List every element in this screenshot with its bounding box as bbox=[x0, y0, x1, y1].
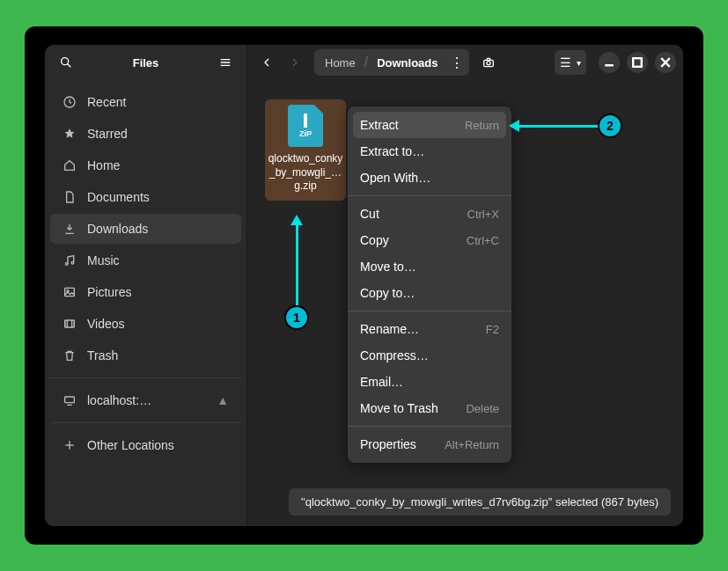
context-menu: ExtractReturn Extract to… Open With… Cut… bbox=[348, 106, 511, 463]
close-button[interactable] bbox=[655, 52, 676, 73]
menu-copy-to[interactable]: Copy to… bbox=[348, 280, 511, 306]
document-icon bbox=[63, 190, 77, 204]
menu-rename[interactable]: Rename…F2 bbox=[348, 316, 511, 342]
annotation-arrow-2 bbox=[511, 125, 605, 128]
sidebar-item-pictures[interactable]: Pictures bbox=[50, 277, 241, 307]
sidebar-item-label: localhost:… bbox=[87, 393, 151, 407]
sidebar-item-trash[interactable]: Trash bbox=[50, 340, 241, 370]
svg-rect-11 bbox=[65, 397, 75, 403]
sidebar-item-label: Other Locations bbox=[87, 438, 174, 452]
menu-move-to[interactable]: Move to… bbox=[348, 253, 511, 280]
sidebar-item-videos[interactable]: Videos bbox=[50, 309, 241, 339]
star-icon bbox=[63, 127, 77, 141]
menu-separator bbox=[348, 195, 511, 196]
chevron-right-icon bbox=[288, 55, 302, 70]
accelerator: Return bbox=[465, 119, 499, 132]
maximize-icon bbox=[630, 55, 644, 70]
minimize-button[interactable] bbox=[599, 52, 620, 73]
hamburger-button[interactable] bbox=[211, 48, 239, 77]
toolbar: Home / Downloads ⋮ ☰ ▾ bbox=[247, 45, 683, 80]
menu-compress[interactable]: Compress… bbox=[348, 342, 511, 369]
svg-rect-8 bbox=[65, 288, 75, 296]
svg-rect-10 bbox=[65, 320, 75, 327]
accelerator: Ctrl+X bbox=[467, 208, 499, 221]
svg-point-0 bbox=[62, 58, 69, 65]
chevron-down-icon: ▾ bbox=[577, 58, 581, 68]
sidebar-item-home[interactable]: Home bbox=[50, 150, 241, 180]
view-options[interactable]: ☰ ▾ bbox=[555, 50, 586, 75]
music-icon bbox=[63, 253, 77, 267]
file-name: qlocktwo_conky_by_mowgli_… g.zip bbox=[267, 152, 344, 194]
app-title: Files bbox=[80, 56, 211, 70]
sidebar-item-label: Recent bbox=[87, 95, 126, 109]
image-icon bbox=[63, 285, 77, 299]
sidebar-item-music[interactable]: Music bbox=[50, 245, 241, 275]
sidebar-item-label: Music bbox=[87, 253, 120, 267]
camera-icon bbox=[482, 55, 496, 70]
menu-properties[interactable]: PropertiesAlt+Return bbox=[348, 431, 511, 458]
breadcrumb: Home / Downloads ⋮ bbox=[314, 49, 469, 76]
chevron-left-icon bbox=[260, 55, 274, 70]
annotation-badge-2: 2 bbox=[598, 113, 622, 138]
zip-file-icon: ZiP bbox=[288, 105, 323, 147]
menu-cut[interactable]: CutCtrl+X bbox=[348, 201, 511, 227]
eject-icon[interactable]: ▲ bbox=[217, 393, 229, 407]
status-bar: "qlocktwo_conky_by_mowgli_writes_d7rv6bg… bbox=[289, 488, 671, 516]
file-type-label: ZiP bbox=[299, 129, 312, 138]
sidebar-item-mount[interactable]: localhost:…▲ bbox=[50, 385, 241, 415]
video-icon bbox=[63, 317, 77, 331]
forward-button[interactable] bbox=[283, 50, 307, 75]
menu-separator bbox=[348, 311, 511, 311]
menu-icon bbox=[218, 55, 232, 70]
breadcrumb-menu[interactable]: ⋮ bbox=[446, 55, 467, 71]
camera-button[interactable] bbox=[476, 50, 501, 75]
svg-rect-17 bbox=[633, 58, 642, 67]
sidebar-header: Files bbox=[45, 45, 246, 80]
accelerator: Delete bbox=[466, 402, 499, 415]
download-icon bbox=[63, 222, 77, 236]
plus-icon bbox=[63, 438, 77, 452]
file-manager-window: Files Recent Starred Home Documents Down… bbox=[45, 45, 683, 526]
home-icon bbox=[63, 158, 77, 172]
menu-extract-to[interactable]: Extract to… bbox=[348, 138, 511, 165]
clock-icon bbox=[63, 95, 77, 109]
svg-point-15 bbox=[487, 62, 490, 65]
sidebar-item-label: Trash bbox=[87, 348, 118, 362]
menu-separator bbox=[348, 426, 511, 427]
sidebar-item-recent[interactable]: Recent bbox=[50, 87, 241, 117]
menu-move-to-trash[interactable]: Move to TrashDelete bbox=[348, 395, 511, 421]
sidebar-item-label: Starred bbox=[87, 127, 128, 141]
maximize-button[interactable] bbox=[627, 52, 648, 73]
menu-extract[interactable]: ExtractReturn bbox=[353, 112, 506, 138]
sidebar-item-other-locations[interactable]: Other Locations bbox=[50, 430, 241, 460]
sidebar-item-starred[interactable]: Starred bbox=[50, 119, 241, 149]
minimize-icon bbox=[602, 55, 616, 70]
accelerator: Ctrl+C bbox=[467, 234, 499, 247]
svg-line-1 bbox=[68, 64, 71, 68]
sidebar-item-downloads[interactable]: Downloads bbox=[50, 214, 241, 244]
breadcrumb-current[interactable]: Downloads bbox=[368, 56, 446, 70]
list-icon: ☰ bbox=[560, 55, 571, 70]
file-item[interactable]: ZiP qlocktwo_conky_by_mowgli_… g.zip bbox=[265, 99, 346, 201]
trash-icon bbox=[63, 348, 77, 362]
sidebar-item-label: Downloads bbox=[87, 222, 148, 236]
svg-point-7 bbox=[71, 261, 74, 264]
sidebar-item-documents[interactable]: Documents bbox=[50, 182, 241, 212]
sidebar-item-label: Home bbox=[87, 158, 120, 172]
file-area[interactable]: ZiP qlocktwo_conky_by_mowgli_… g.zip Ext… bbox=[247, 80, 683, 526]
annotation-badge-1: 1 bbox=[284, 305, 309, 330]
sidebar-item-label: Documents bbox=[87, 190, 150, 204]
content-area: Home / Downloads ⋮ ☰ ▾ ZiP qlocktwo_con bbox=[247, 45, 683, 526]
network-icon bbox=[63, 393, 77, 407]
menu-open-with[interactable]: Open With… bbox=[348, 165, 511, 191]
search-button[interactable] bbox=[52, 48, 80, 77]
sidebar-item-label: Videos bbox=[87, 317, 125, 331]
menu-copy[interactable]: CopyCtrl+C bbox=[348, 227, 511, 253]
menu-email[interactable]: Email… bbox=[348, 369, 511, 395]
accelerator: Alt+Return bbox=[445, 438, 499, 451]
sidebar: Files Recent Starred Home Documents Down… bbox=[45, 45, 247, 526]
back-button[interactable] bbox=[254, 50, 279, 75]
breadcrumb-home[interactable]: Home bbox=[316, 56, 364, 70]
accelerator: F2 bbox=[486, 323, 499, 336]
search-icon bbox=[59, 55, 73, 70]
